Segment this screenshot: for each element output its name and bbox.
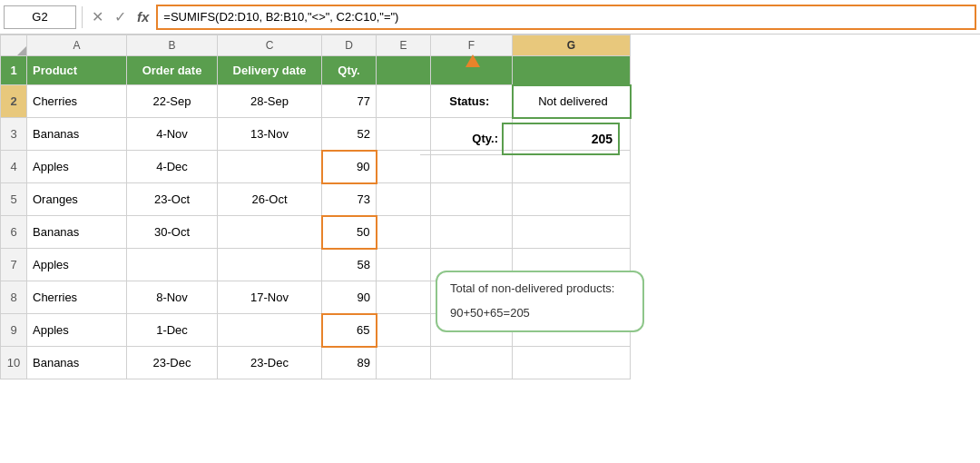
qty-label: Qty.: xyxy=(420,132,502,145)
row-number: 5 xyxy=(1,183,27,216)
cell-b10[interactable]: 23-Dec xyxy=(127,347,218,379)
cell-f2[interactable]: Status: xyxy=(431,85,513,118)
confirm-icon[interactable]: ✓ xyxy=(111,8,130,25)
cell-e10[interactable] xyxy=(377,347,431,379)
cell-b8[interactable]: 8-Nov xyxy=(127,281,218,314)
table-row: 10 Bananas 23-Dec 23-Dec 89 xyxy=(1,347,631,379)
cell-f10[interactable] xyxy=(431,347,513,379)
cell-e7[interactable] xyxy=(377,249,431,281)
cell-b9[interactable]: 1-Dec xyxy=(127,314,218,347)
col-header-d[interactable]: D xyxy=(322,35,377,56)
cell-b3[interactable]: 4-Nov xyxy=(127,118,218,151)
cell-g2[interactable]: Not delivered xyxy=(513,85,631,118)
cell-d10[interactable]: 89 xyxy=(322,347,377,379)
cell-d9[interactable]: 65 xyxy=(322,314,377,347)
spreadsheet-wrapper: A B C D E F G 1 Product Order date Deliv… xyxy=(0,34,980,379)
row-number: 4 xyxy=(1,151,27,183)
col-header-a[interactable]: A xyxy=(27,35,127,56)
row-number: 3 xyxy=(1,118,27,151)
cell-c7[interactable] xyxy=(218,249,322,281)
cell-d3[interactable]: 52 xyxy=(322,118,377,151)
col-header-g[interactable]: G xyxy=(513,35,631,56)
col-header-b[interactable]: B xyxy=(127,35,218,56)
qty-value[interactable]: 205 xyxy=(502,123,620,155)
cell-c4[interactable] xyxy=(218,151,322,183)
cell-a7[interactable]: Apples xyxy=(27,249,127,281)
table-row: 5 Oranges 23-Oct 26-Oct 73 xyxy=(1,183,631,216)
cell-e6[interactable] xyxy=(377,216,431,249)
cell-d1[interactable]: Qty. xyxy=(322,56,377,85)
cell-a2[interactable]: Cherries xyxy=(27,85,127,118)
cell-c2[interactable]: 28-Sep xyxy=(218,85,322,118)
cell-b5[interactable]: 23-Oct xyxy=(127,183,218,216)
formula-input[interactable] xyxy=(156,5,976,30)
cell-d5[interactable]: 73 xyxy=(322,183,377,216)
cell-b7[interactable] xyxy=(127,249,218,281)
cell-c5[interactable]: 26-Oct xyxy=(218,183,322,216)
cell-a8[interactable]: Cherries xyxy=(27,281,127,314)
cell-f6[interactable] xyxy=(431,216,513,249)
cell-d7[interactable]: 58 xyxy=(322,249,377,281)
cell-e2[interactable] xyxy=(377,85,431,118)
row-number: 2 xyxy=(1,85,27,118)
cell-a9[interactable]: Apples xyxy=(27,314,127,347)
cell-d8[interactable]: 90 xyxy=(322,281,377,314)
cell-c6[interactable] xyxy=(218,216,322,249)
cell-d2[interactable]: 77 xyxy=(322,85,377,118)
cell-b4[interactable]: 4-Dec xyxy=(127,151,218,183)
formula-bar: G2 ✕ ✓ fx xyxy=(0,0,980,34)
cell-a5[interactable]: Oranges xyxy=(27,183,127,216)
cell-c1[interactable]: Delivery date xyxy=(218,56,322,85)
corner-cell xyxy=(1,35,27,56)
cell-f5[interactable] xyxy=(431,183,513,216)
fx-icon: fx xyxy=(133,9,152,25)
cancel-icon[interactable]: ✕ xyxy=(88,8,107,25)
cell-g5[interactable] xyxy=(513,183,631,216)
cell-e8[interactable] xyxy=(377,281,431,314)
arrow-indicator xyxy=(466,54,480,67)
cell-c3[interactable]: 13-Nov xyxy=(218,118,322,151)
cell-e9[interactable] xyxy=(377,314,431,347)
col-header-e[interactable]: E xyxy=(377,35,431,56)
table-row: 1 Product Order date Delivery date Qty. xyxy=(1,56,631,85)
cell-g10[interactable] xyxy=(513,347,631,379)
column-header-row: A B C D E F G xyxy=(1,35,631,56)
row-number: 8 xyxy=(1,281,27,314)
formula-bar-divider xyxy=(82,6,83,28)
cell-b2[interactable]: 22-Sep xyxy=(127,85,218,118)
tooltip-line1: Total of non-delivered products: xyxy=(450,280,630,299)
row-number: 1 xyxy=(1,56,27,85)
cell-b6[interactable]: 30-Oct xyxy=(127,216,218,249)
cell-b1[interactable]: Order date xyxy=(127,56,218,85)
row-number: 10 xyxy=(1,347,27,379)
row-number: 7 xyxy=(1,249,27,281)
row-number: 6 xyxy=(1,216,27,249)
cell-e1[interactable] xyxy=(377,56,431,85)
cell-d6[interactable]: 50 xyxy=(322,216,377,249)
table-row: 6 Bananas 30-Oct 50 xyxy=(1,216,631,249)
cell-c10[interactable]: 23-Dec xyxy=(218,347,322,379)
cell-a4[interactable]: Apples xyxy=(27,151,127,183)
cell-g6[interactable] xyxy=(513,216,631,249)
cell-a1[interactable]: Product xyxy=(27,56,127,85)
col-header-f[interactable]: F xyxy=(431,35,513,56)
cell-ref-value: G2 xyxy=(32,10,47,24)
table-row: 2 Cherries 22-Sep 28-Sep 77 Status: Not … xyxy=(1,85,631,118)
tooltip-box: Total of non-delivered products: 90+50+6… xyxy=(436,271,644,332)
cell-a3[interactable]: Bananas xyxy=(27,118,127,151)
cell-a6[interactable]: Bananas xyxy=(27,216,127,249)
cell-c8[interactable]: 17-Nov xyxy=(218,281,322,314)
tooltip-line2: 90+50+65=205 xyxy=(450,304,630,323)
cell-c9[interactable] xyxy=(218,314,322,347)
cell-reference-box[interactable]: G2 xyxy=(4,5,76,29)
row-number: 9 xyxy=(1,314,27,347)
col-header-c[interactable]: C xyxy=(218,35,322,56)
cell-a10[interactable]: Bananas xyxy=(27,347,127,379)
cell-d4[interactable]: 90 xyxy=(322,151,377,183)
cell-e5[interactable] xyxy=(377,183,431,216)
cell-g1[interactable] xyxy=(513,56,631,85)
qty-row: Qty.: 205 xyxy=(420,123,620,155)
